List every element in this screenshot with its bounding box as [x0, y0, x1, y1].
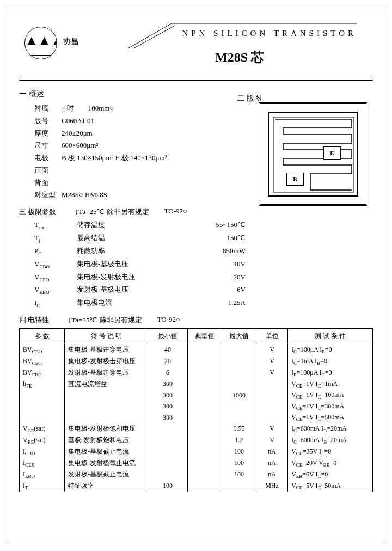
rating-row: VEBO发射极-基极电压6V [34, 284, 373, 297]
chip-layout-diagram: E B [259, 102, 367, 206]
part-number: M28S 芯 [215, 48, 264, 66]
emitter-pad: E [323, 146, 341, 160]
ratings-title: 三 极限参数 [19, 207, 56, 217]
die-outline: E B [268, 112, 358, 197]
table-row: hFE直流电流增益300VCE=1V IC=1mA [20, 378, 373, 390]
table-row: fT特征频率100MHzVCE=5V IC=50mA [20, 480, 373, 492]
ratings-section-header: 三 极限参数 （Ta=25℃ 除非另有规定 TO-92○ [19, 207, 373, 217]
table-row: BVEBO发射极-基极击穿电压6VIE=100μA IC=0 [20, 367, 373, 378]
table-row: 3001000VCE=1V IC=100mA [20, 390, 373, 401]
product-type: NPN SILICON TRANSISTOR [182, 29, 357, 38]
header-rule [19, 78, 373, 81]
table-row: VBE(sat)基极-发射极饱和电压1.2VIC=600mA IB=20mA [20, 434, 373, 446]
table-row: 300VCE=1V IC=500mA [20, 412, 373, 423]
table-row: BVCEO集电极-发射极击穿电压20VIC=1mA IB=0 [20, 356, 373, 367]
emitter-serpentine-icon [272, 116, 355, 193]
rating-row: Tstg储存温度-55~150℃ [34, 219, 373, 232]
table-row: VCE(sat)集电极-发射极饱和电压0.55VIC=600mA IB=20mA [20, 423, 373, 434]
table-header-row: 参 数 符 号 说 明 最小值 典型值 最大值 单位 测 试 条 件 [20, 329, 373, 344]
rating-row: VCEO集电极-发射极电压20V [34, 271, 373, 284]
char-title: 四 电特性 [19, 315, 49, 325]
rating-row: VCBO集电极-基极电压40V [34, 258, 373, 271]
logo-icon: ▲▲▲ [24, 27, 57, 59]
rating-row: PC耗散功率850mW [34, 245, 373, 258]
section-overview-title: 一 概述 [19, 89, 373, 99]
base-pad: B [286, 173, 304, 186]
table-row: ICES集电极-发射极截止电流100nAVCE=20V VBE=0 [20, 457, 373, 469]
characteristics-table: 参 数 符 号 说 明 最小值 典型值 最大值 单位 测 试 条 件 BVCBO… [19, 328, 373, 492]
brand-name: 协昌 [63, 36, 79, 47]
content-area: 一 概述 二 版图 衬底4 吋 100mm○ 版号C060AJ-01 厚度240… [19, 89, 373, 492]
table-row: BVCBO集电极-基极击穿电压40VIC=100μA IE=0 [20, 344, 373, 356]
ratings-condition: （Ta=25℃ 除非另有规定 [71, 207, 149, 217]
header: ▲▲▲ 协昌 NPN SILICON TRANSISTOR M28S 芯 [19, 17, 373, 77]
section-layout-title: 二 版图 [237, 94, 262, 103]
table-row: IEBO发射极-基极截止电流100nAVEB=6V IC=0 [20, 469, 373, 480]
char-package: TO-92○ [157, 315, 180, 325]
datasheet-page: ▲▲▲ 协昌 NPN SILICON TRANSISTOR M28S 芯 一 概… [7, 7, 385, 542]
char-condition: （Ta=25℃ 除非另有规定 [64, 315, 142, 325]
svg-line-0 [128, 23, 171, 48]
table-row: 300VCE=1V IC=300mA [20, 401, 373, 412]
rating-row: Tj最高结温150℃ [34, 232, 373, 245]
svg-line-2 [133, 26, 175, 48]
ratings-list: Tstg储存温度-55~150℃ Tj最高结温150℃ PC耗散功率850mW … [34, 219, 373, 310]
ratings-package: TO-92○ [164, 207, 187, 217]
char-section-header: 四 电特性 （Ta=25℃ 除非另有规定 TO-92○ [19, 315, 373, 325]
brand-logo: ▲▲▲ [24, 27, 57, 59]
rating-row: IC集电极电流1.25A [34, 297, 373, 310]
table-row: ICBO集电极-基极截止电流100nAVCB=35V IE=0 [20, 446, 373, 457]
